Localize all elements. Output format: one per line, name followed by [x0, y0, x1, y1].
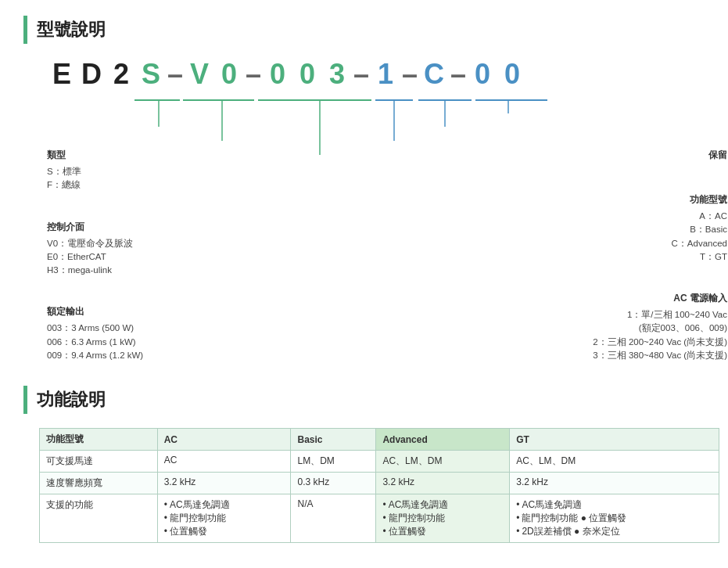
desc-area: 類型 S：標準 F：總線 控制介面 V0：電壓命令及脈波 E0：EtherCAT…: [47, 149, 727, 362]
td-motor-ac: AC: [157, 451, 291, 473]
support-ac-list: AC馬達免調適 龍門控制功能 位置觸發: [164, 498, 285, 538]
desc-left: 類型 S：標準 F：總線 控制介面 V0：電壓命令及脈波 E0：EtherCAT…: [47, 149, 266, 362]
td-motor-basic: LM、DM: [291, 451, 376, 473]
power-label: AC 電源輸入: [485, 292, 727, 305]
td-motor-label: 可支援馬達: [40, 451, 158, 473]
support-gt-item3: 2D誤差補償 ● 奈米定位: [516, 525, 712, 538]
model-string-row: E D 2 S – V 0 – 0 0 3 – 1 – C – 0 0: [39, 58, 705, 94]
table-row: 速度響應頻寬 3.2 kHz 0.3 kHz 3.2 kHz 3.2 kHz: [40, 473, 719, 494]
th-ac: AC: [157, 429, 291, 451]
th-functype: 功能型號: [40, 429, 158, 451]
char-E: E: [47, 58, 77, 91]
dash2: –: [244, 58, 263, 91]
char-003b: 0: [292, 58, 322, 91]
spacer: [266, 149, 485, 362]
th-gt: GT: [510, 429, 719, 451]
support-gt-item2: 龍門控制功能 ● 位置觸發: [516, 512, 712, 525]
char-D: D: [77, 58, 106, 91]
type-label: 類型: [47, 149, 266, 162]
functype-t: T：GT: [485, 250, 727, 264]
type-s: S：標準: [47, 165, 266, 178]
functype-label: 功能型號: [485, 193, 727, 207]
power-2: 2：三相 200~240 Vac (尚未支援): [485, 336, 727, 349]
table-row: 可支援馬達 AC LM、DM AC、LM、DM AC、LM、DM: [40, 451, 719, 473]
interface-label: 控制介面: [47, 221, 266, 234]
td-motor-gt: AC、LM、DM: [510, 451, 719, 473]
output-006: 006：6.3 Arms (1 kW): [47, 336, 266, 349]
section2-bar: [23, 386, 27, 414]
function-table: 功能型號 AC Basic Advanced GT 可支援馬達 AC LM、DM…: [39, 428, 719, 543]
table-header-row: 功能型號 AC Basic Advanced GT: [40, 429, 719, 451]
support-gt-item1: AC馬達免調適: [516, 498, 712, 512]
desc-power: AC 電源輸入 1：單/三相 100~240 Vac (額定003、006、00…: [485, 292, 727, 362]
table-row: 支援的功能 AC馬達免調適 龍門控制功能 位置觸發 N/A AC馬達免調適 龍門…: [40, 494, 719, 543]
support-adv-item1: AC馬達免調適: [382, 498, 503, 512]
support-ac-item1: AC馬達免調適: [164, 498, 285, 512]
char-00b: 0: [497, 58, 527, 91]
desc-right: 保留 功能型號 A：AC B：Basic C：Advanced T：GT AC …: [485, 149, 727, 362]
th-advanced: Advanced: [376, 429, 510, 451]
td-speed-basic: 0.3 kHz: [291, 473, 376, 494]
char-00a: 0: [468, 58, 497, 91]
char-0: 0: [214, 58, 244, 91]
functype-c: C：Advanced: [485, 237, 727, 250]
type-f: F：總線: [47, 178, 266, 192]
desc-type: 類型 S：標準 F：總線: [47, 149, 266, 192]
output-003: 003：3 Arms (500 W): [47, 322, 266, 335]
td-motor-advanced: AC、LM、DM: [376, 451, 510, 473]
char-C: C: [419, 58, 449, 91]
td-support-gt: AC馬達免調適 龍門控制功能 ● 位置觸發 2D誤差補償 ● 奈米定位: [510, 494, 719, 543]
model-section: 型號說明 E D 2 S – V 0 – 0 0 3 – 1 – C – 0 0: [23, 16, 705, 362]
section1-bar: [23, 16, 27, 44]
functype-a: A：AC: [485, 210, 727, 223]
char-2: 2: [106, 58, 136, 91]
function-section: 功能說明 功能型號 AC Basic Advanced GT 可支援馬達 AC …: [23, 386, 705, 543]
support-adv-item3: 位置觸發: [382, 525, 503, 538]
support-gt-list: AC馬達免調適 龍門控制功能 ● 位置觸發 2D誤差補償 ● 奈米定位: [516, 498, 712, 538]
th-basic: Basic: [291, 429, 376, 451]
desc-interface: 控制介面 V0：電壓命令及脈波 E0：EtherCAT H3：mega-ulin…: [47, 221, 266, 278]
desc-output: 額定輸出 003：3 Arms (500 W) 006：6.3 Arms (1 …: [47, 305, 266, 362]
td-support-advanced: AC馬達免調適 龍門控制功能 位置觸發: [376, 494, 510, 543]
td-support-label: 支援的功能: [40, 494, 158, 543]
connector-lines-svg: [47, 94, 727, 156]
section1-title: 型號說明: [37, 18, 106, 41]
td-speed-advanced: 3.2 kHz: [376, 473, 510, 494]
dash5: –: [449, 58, 468, 91]
section2-header: 功能說明: [23, 386, 705, 414]
section2-title: 功能說明: [37, 388, 106, 412]
desc-reserved: 保留: [485, 149, 727, 165]
dash4: –: [400, 58, 419, 91]
char-1: 1: [371, 58, 400, 91]
td-support-basic: N/A: [291, 494, 376, 543]
support-adv-item2: 龍門控制功能: [382, 512, 503, 525]
power-1b: (額定003、006、009): [485, 322, 727, 335]
support-advanced-list: AC馬達免調適 龍門控制功能 位置觸發: [382, 498, 503, 538]
power-1: 1：單/三相 100~240 Vac: [485, 308, 727, 322]
interface-h3: H3：mega-ulink: [47, 264, 266, 277]
support-ac-item2: 龍門控制功能: [164, 512, 285, 525]
power-3: 3：三相 380~480 Vac (尚未支援): [485, 349, 727, 362]
support-ac-item3: 位置觸發: [164, 525, 285, 538]
output-009: 009：9.4 Arms (1.2 kW): [47, 349, 266, 362]
section1-header: 型號說明: [23, 16, 705, 44]
char-003a: 0: [263, 58, 292, 91]
char-V: V: [185, 58, 214, 91]
dash1: –: [166, 58, 185, 91]
dash3: –: [352, 58, 371, 91]
reserved-label: 保留: [485, 149, 727, 162]
td-speed-gt: 3.2 kHz: [510, 473, 719, 494]
char-003c: 3: [322, 58, 352, 91]
functype-b: B：Basic: [485, 223, 727, 236]
desc-functype: 功能型號 A：AC B：Basic C：Advanced T：GT: [485, 193, 727, 264]
diagram-container: E D 2 S – V 0 – 0 0 3 – 1 – C – 0 0: [39, 58, 705, 362]
output-label: 額定輸出: [47, 305, 266, 318]
interface-e0: E0：EtherCAT: [47, 250, 266, 264]
td-support-ac: AC馬達免調適 龍門控制功能 位置觸發: [157, 494, 291, 543]
char-S: S: [136, 58, 166, 91]
td-speed-label: 速度響應頻寬: [40, 473, 158, 494]
td-speed-ac: 3.2 kHz: [157, 473, 291, 494]
interface-v0: V0：電壓命令及脈波: [47, 237, 266, 250]
